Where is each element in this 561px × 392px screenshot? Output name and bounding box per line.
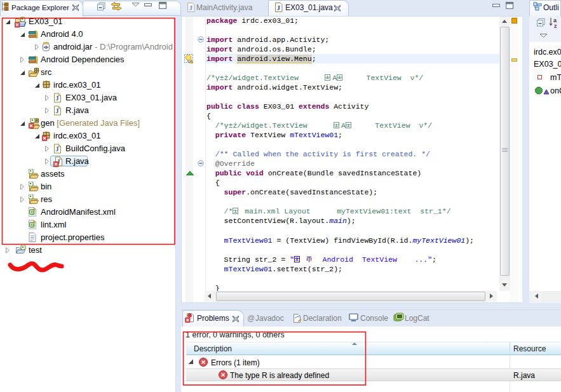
svg-text:J: J: [55, 95, 58, 102]
svg-text:J: J: [55, 107, 58, 114]
svg-text:J: J: [277, 4, 281, 11]
svg-text:J: J: [189, 4, 193, 11]
svg-text:J: J: [55, 145, 58, 152]
svg-text:z: z: [554, 23, 557, 29]
